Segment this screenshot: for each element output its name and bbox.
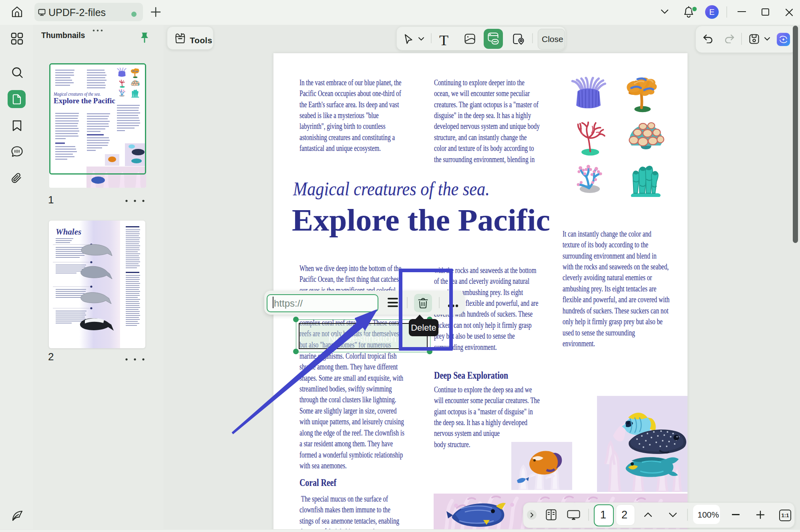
svg-text:Whales: Whales xyxy=(56,227,81,237)
